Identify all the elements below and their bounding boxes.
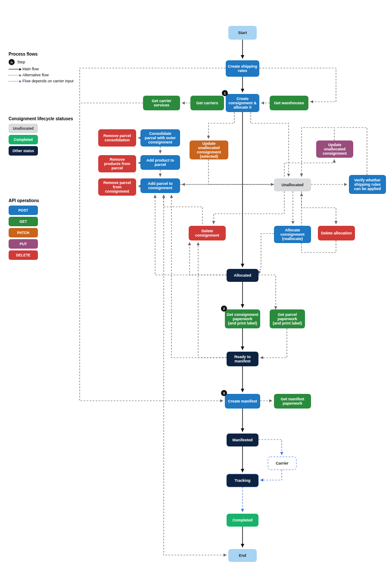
carrier-flow-line-icon <box>9 81 20 81</box>
node-label: End <box>239 553 246 558</box>
node-label: consignment <box>280 232 305 237</box>
node-label: consignment & <box>228 101 257 105</box>
step-dot-icon: n <box>9 59 15 65</box>
node-label: Verify whether <box>354 178 381 182</box>
node-label: Add parcel to <box>148 181 173 186</box>
edge-alt <box>302 193 336 253</box>
node-label: parcel <box>155 162 166 167</box>
node-get_manifest_paperwork: Get manifestpaperwork <box>274 394 311 409</box>
node-add_product: Add product toparcel <box>140 155 180 170</box>
edge-alt <box>164 195 227 555</box>
edge-alt <box>190 242 227 275</box>
node-label: Remove <box>109 157 124 162</box>
diagram-svg: StartCreate shippingratesGet carrierserv… <box>0 0 392 571</box>
edge-alt <box>214 191 284 224</box>
node-verify_rules: Verify whethershipping rulescan be appli… <box>349 175 386 194</box>
node-label: Get parcel <box>278 312 297 317</box>
node-label: parcel with outer <box>145 136 176 140</box>
node-label: Update <box>202 141 216 146</box>
node-label: paperwork <box>283 401 303 406</box>
legend-title-api: API operations <box>9 198 78 203</box>
node-label: from <box>113 185 121 189</box>
node-add_parcel: Add parcel toconsignment <box>140 178 180 193</box>
node-label: Create manifest <box>228 399 257 403</box>
swatch-unallocated: Unallocated <box>9 124 38 133</box>
node-label: rates <box>238 69 247 73</box>
node-label: consignment <box>197 150 221 154</box>
swatch-completed: Completed <box>9 135 38 144</box>
node-label: consignment <box>105 189 129 193</box>
node-label: Allocate <box>285 228 300 232</box>
alt-flow-line-icon <box>9 75 20 75</box>
node-label: (and print label) <box>228 321 257 325</box>
node-delete_consignment: Deleteconsignment <box>189 226 226 240</box>
edge-carrier <box>258 440 282 455</box>
node-allocated: Allocated <box>227 269 258 282</box>
node-label: Create <box>236 97 249 101</box>
node-completed: Completed <box>227 514 258 527</box>
node-label: Get manifest <box>281 397 305 401</box>
edge-alt <box>302 191 336 224</box>
edge-alt <box>258 275 276 309</box>
node-create_manifest: Create manifest3 <box>221 390 260 409</box>
node-delete_allocation: Delete allocation <box>318 226 355 240</box>
edge-alt <box>208 112 234 139</box>
node-label: (and print label) <box>273 321 302 325</box>
node-label: Remove parcel <box>103 181 131 185</box>
swatch-put: PUT <box>9 239 38 249</box>
edge-alt <box>198 242 227 358</box>
node-label: Get warehouses <box>274 101 304 105</box>
node-label: Consolidate <box>149 131 171 136</box>
edge-alt <box>284 159 334 177</box>
node-end: End <box>228 549 257 562</box>
node-update_selected: Updateunallocatedconsignment(selected) <box>190 140 228 159</box>
legend-row-carrier: Flow depends on carrier input <box>9 79 78 83</box>
node-label: consignment <box>195 233 219 237</box>
node-label: Unallocated <box>281 183 303 187</box>
node-get_cons_paperwork: Get consignmentpaperwork(and print label… <box>221 306 260 328</box>
node-get_warehouses: Get warehouses <box>270 96 308 110</box>
legend-api: API operations POST GET PATCH PUT DELETE <box>9 198 78 262</box>
node-label: (reallocate) <box>282 237 303 241</box>
node-get_carriers: Get carriers <box>190 96 224 110</box>
legend-title-lifecycle: Consignment lifecycle statuses <box>9 116 78 121</box>
node-label: services <box>154 103 169 107</box>
node-label: Get carrier <box>152 99 171 103</box>
node-label: unallocated <box>324 147 345 151</box>
swatch-other: Other status <box>9 146 38 156</box>
diagram-stage: StartCreate shippingratesGet carrierserv… <box>0 0 392 571</box>
swatch-post: POST <box>9 206 38 215</box>
node-get_carrier_services: Get carrierservices <box>143 96 180 110</box>
node-remove_consolidation: Remove parcelconsolidation <box>98 129 136 147</box>
node-unallocated: Unallocated <box>274 178 311 191</box>
legend-row-alt: Alternative flow <box>9 73 78 77</box>
swatch-get: GET <box>9 217 38 226</box>
node-label: (selected) <box>200 154 218 159</box>
step-badge-number: 2 <box>223 307 225 311</box>
node-label: Remove parcel <box>103 134 131 138</box>
node-create_rates: Create shippingrates <box>226 60 259 77</box>
node-label: consolidation <box>105 138 130 142</box>
node-label: Delete <box>201 229 213 233</box>
node-start: Start <box>228 26 257 40</box>
node-label: consignment <box>323 151 347 156</box>
edge-carrier <box>260 470 282 480</box>
legend-title-process: Process flows <box>9 52 78 56</box>
node-label: parcel <box>112 166 123 170</box>
edge-alt <box>258 234 274 274</box>
node-label: Tracking <box>234 478 250 483</box>
edge-alt <box>164 195 202 224</box>
legend-lifecycle: Consignment lifecycle statuses Unallocat… <box>9 116 78 157</box>
edge-alt <box>251 112 289 177</box>
node-consolidate: Consolidateparcel with outerconsignment <box>140 129 180 147</box>
node-label: manifest <box>234 359 250 363</box>
node-label: Completed <box>233 518 253 522</box>
node-label: Update <box>328 143 342 147</box>
node-label: Get consignment <box>227 312 258 317</box>
node-manifested: Manifested <box>227 434 258 446</box>
swatch-patch: PATCH <box>9 228 38 237</box>
edge-alt <box>171 195 227 358</box>
node-update_unalloc: Updateunallocatedconsignment <box>316 140 353 158</box>
node-label: consignment <box>148 186 172 190</box>
edge-alt <box>260 328 287 358</box>
